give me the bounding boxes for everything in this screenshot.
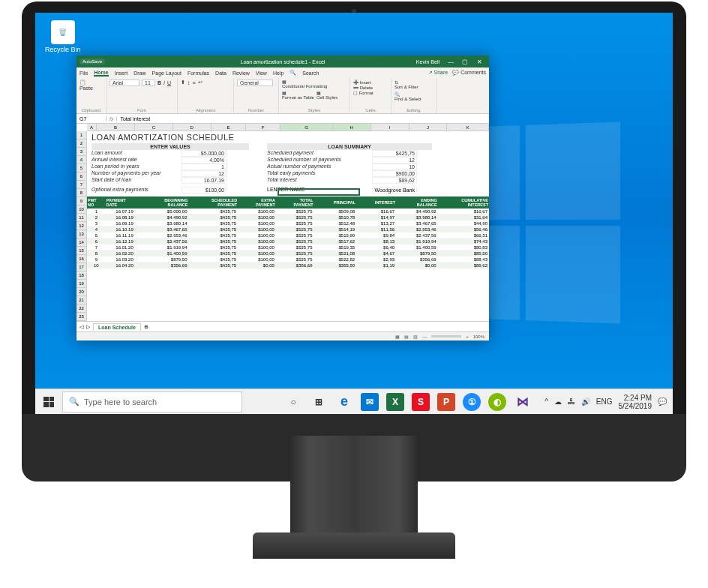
recycle-bin-icon[interactable]: 🗑️ Recycle Bin	[45, 20, 81, 53]
font-size-select[interactable]: 11	[142, 80, 155, 86]
task-view-icon[interactable]: ⊞	[310, 393, 328, 411]
tab-help[interactable]: Help	[273, 70, 284, 76]
maximize-button[interactable]: ▢	[458, 58, 472, 65]
table-row[interactable]: 116.07.19$5.000,00$425,75$100,00$525,75$…	[87, 208, 489, 214]
formula-input[interactable]: Total interest	[117, 116, 489, 122]
tab-draw[interactable]: Draw	[134, 70, 146, 76]
share-button[interactable]: ↗ Share	[428, 70, 448, 76]
app-icon[interactable]: ◐	[488, 393, 506, 411]
table-header[interactable]: SCHEDULEDPAYMENT	[189, 196, 238, 208]
table-header[interactable]: BEGINNINGBALANCE	[143, 196, 188, 208]
lender-name[interactable]: Woodgrove Bank	[372, 187, 417, 194]
start-button[interactable]	[35, 389, 62, 414]
sort-filter-button[interactable]: ⇅Sort & Filter	[394, 80, 418, 89]
find-select-button[interactable]: 🔍Find & Select	[394, 92, 422, 101]
tab-view[interactable]: View	[256, 70, 267, 76]
conditional-formatting-button[interactable]: ▦Conditional Formatting	[282, 80, 327, 88]
wrap-text-icon[interactable]: ↩	[198, 80, 202, 86]
insert-cells-button[interactable]: ➕ Insert	[353, 80, 371, 85]
next-sheet-icon[interactable]: ▷	[86, 324, 90, 330]
font-name-select[interactable]: Arial	[110, 80, 140, 86]
input-value[interactable]: $5.000,00	[182, 150, 226, 157]
format-as-table-button[interactable]: ▦Format as Table	[282, 91, 314, 100]
align-middle-icon[interactable]: ↕	[188, 80, 190, 86]
view-normal-icon[interactable]: ▦	[395, 334, 400, 339]
zoom-in-button[interactable]: +	[466, 334, 469, 339]
sheet-tab-loan-schedule[interactable]: Loan Schedule	[93, 323, 141, 331]
edge-icon[interactable]: e	[335, 393, 353, 411]
excel-titlebar[interactable]: AutoSave Loan amortization schedule1 - E…	[76, 56, 489, 68]
tab-formulas[interactable]: Formulas	[188, 70, 209, 76]
table-row[interactable]: 216.08.19$4.490,92$425,75$100,00$525,75$…	[87, 214, 489, 220]
input-value[interactable]: 4,00%	[182, 157, 226, 164]
italic-button[interactable]: I	[164, 80, 165, 86]
cortana-icon[interactable]: ○	[284, 393, 302, 411]
autosave-toggle[interactable]: AutoSave	[80, 58, 105, 64]
table-header[interactable]: PMTNO	[87, 196, 106, 208]
table-header[interactable]: CUMULATIVEINTEREST	[438, 196, 489, 208]
view-page-icon[interactable]: ▤	[404, 334, 409, 339]
security-icon[interactable]: S	[412, 393, 430, 411]
row-headers[interactable]: 1234567891011121314151617181920212223	[76, 131, 87, 321]
close-button[interactable]: ✕	[472, 58, 486, 65]
table-header[interactable]: INTEREST	[356, 196, 396, 208]
ribbon-search[interactable]: Search	[302, 70, 319, 76]
language-indicator[interactable]: ENG	[596, 398, 613, 406]
align-top-icon[interactable]: ⬆	[181, 80, 185, 86]
paste-button[interactable]: 📋Paste	[80, 80, 93, 91]
table-header[interactable]: ENDINGBALANCE	[396, 196, 438, 208]
align-left-icon[interactable]: ≡	[193, 80, 196, 86]
notifications-icon[interactable]: 💬	[658, 398, 667, 406]
network-icon[interactable]: 🖧	[568, 398, 575, 406]
input-value[interactable]: 12	[182, 170, 226, 177]
system-tray[interactable]: ^ ☁ 🖧 🔊 ENG 2:24 PM 5/24/2019 💬	[538, 394, 673, 410]
cell-styles-button[interactable]: ▦Cell Styles	[316, 91, 338, 100]
onedrive-icon[interactable]: ☁	[554, 398, 562, 406]
prev-sheet-icon[interactable]: ◁	[80, 324, 83, 330]
powerpoint-icon[interactable]: P	[437, 393, 455, 411]
volume-icon[interactable]: 🔊	[581, 398, 590, 406]
table-row[interactable]: 716.01.20$1.919,94$425,75$100,00$525,75$…	[87, 244, 489, 250]
bold-button[interactable]: B	[158, 80, 161, 86]
input-value[interactable]: 16.07.19	[182, 177, 226, 184]
tab-review[interactable]: Review	[232, 70, 250, 76]
tab-insert[interactable]: Insert	[115, 70, 128, 76]
name-box[interactable]: G7	[76, 116, 106, 122]
table-row[interactable]: 816.02.20$1.400,59$425,75$100,00$525,75$…	[87, 250, 489, 256]
fx-icon[interactable]: fx	[106, 116, 117, 122]
spreadsheet-cells[interactable]: LOAN AMORTIZATION SCHEDULE ENTER VALUES …	[87, 131, 489, 321]
column-headers[interactable]: ABCDEFGHIJK	[87, 124, 489, 131]
table-header[interactable]: PRINCIPAL	[314, 196, 357, 208]
table-header[interactable]: TOTALPAYMENT	[276, 196, 314, 208]
number-format-select[interactable]: General	[237, 80, 273, 86]
table-header[interactable]: EXTRAPAYMENT	[238, 196, 276, 208]
visualstudio-icon[interactable]: ⋈	[514, 393, 532, 411]
format-cells-button[interactable]: ▢ Format	[353, 90, 374, 95]
add-sheet-button[interactable]: ⊕	[144, 324, 148, 330]
table-row[interactable]: 916.03.20$879,50$425,75$100,00$525,75$52…	[87, 256, 489, 262]
underline-button[interactable]: U	[167, 80, 171, 86]
amortization-table[interactable]: PMTNOPAYMENTDATEBEGINNINGBALANCESCHEDULE…	[87, 196, 489, 268]
1password-icon[interactable]: ①	[463, 393, 481, 411]
excel-icon[interactable]: X	[386, 393, 404, 411]
mail-icon[interactable]: ✉	[361, 393, 379, 411]
optional-extra-value[interactable]: $100,00	[182, 187, 226, 194]
clock[interactable]: 2:24 PM 5/24/2019	[619, 394, 652, 410]
minimize-button[interactable]: —	[444, 58, 458, 65]
tab-file[interactable]: File	[80, 70, 88, 76]
zoom-out-button[interactable]: —	[422, 334, 427, 339]
tab-page-layout[interactable]: Page Layout	[152, 70, 182, 76]
tray-expand-icon[interactable]: ^	[544, 398, 548, 406]
taskbar-search[interactable]: 🔍 Type here to search	[62, 392, 242, 412]
zoom-slider[interactable]	[431, 335, 461, 338]
table-row[interactable]: 616.12.19$2.437,56$425,75$100,00$525,75$…	[87, 238, 489, 244]
table-header[interactable]: PAYMENTDATE	[106, 196, 144, 208]
input-value[interactable]: 1	[182, 164, 226, 170]
zoom-level[interactable]: 100%	[473, 334, 484, 339]
user-name[interactable]: Kevin Bell	[416, 59, 440, 64]
table-row[interactable]: 416.10.19$3.467,65$425,75$100,00$525,75$…	[87, 226, 489, 232]
table-row[interactable]: 516.11.19$2.953,46$425,75$100,00$525,75$…	[87, 232, 489, 238]
tab-home[interactable]: Home	[94, 70, 108, 76]
delete-cells-button[interactable]: ➖ Delete	[353, 85, 373, 90]
tab-data[interactable]: Data	[215, 70, 226, 76]
